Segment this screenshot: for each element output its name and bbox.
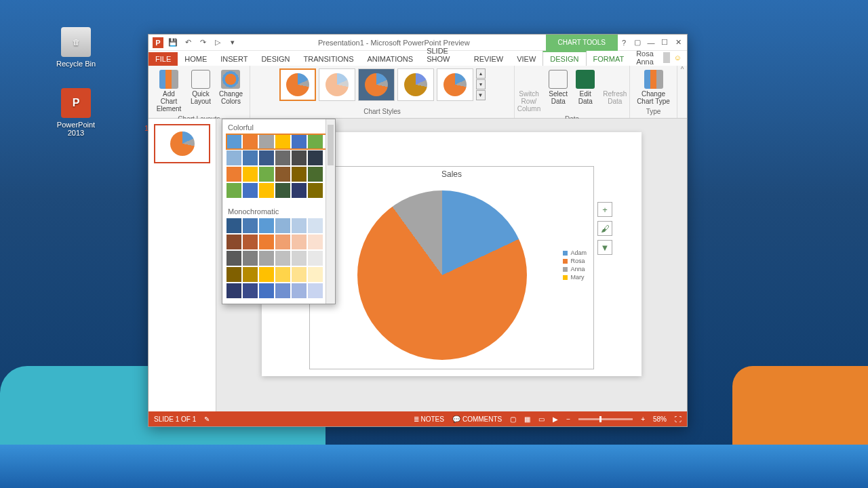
select-data-button[interactable]: Select Data	[546, 68, 570, 106]
save-button[interactable]: 💾	[167, 37, 178, 48]
chart-style-3[interactable]	[358, 68, 395, 101]
slideshow-view-button[interactable]: ▶	[553, 415, 558, 423]
chart-filters-button[interactable]: ▼	[597, 240, 612, 255]
tab-slideshow[interactable]: SLIDE SHOW	[420, 44, 467, 66]
normal-view-button[interactable]: ▢	[510, 415, 516, 423]
edit-data-button[interactable]: Edit Data	[573, 68, 597, 106]
legend-item[interactable]: Adam	[563, 249, 587, 256]
comments-button[interactable]: 💬 COMMENTS	[452, 415, 502, 423]
tab-chart-format[interactable]: FORMAT	[587, 52, 631, 66]
chart-elements-button[interactable]: +	[597, 202, 612, 217]
legend-item[interactable]: Rosa	[563, 258, 587, 264]
color-swatch	[226, 167, 241, 182]
tab-chart-design[interactable]: DESIGN	[542, 51, 586, 66]
tab-design[interactable]: DESIGN	[254, 52, 296, 66]
color-swatch	[226, 251, 241, 266]
change-colors-dropdown[interactable]: Colorful Monochromatic	[222, 119, 336, 304]
zoom-out-button[interactable]: −	[566, 415, 570, 423]
color-swatch	[243, 267, 258, 282]
avatar[interactable]	[663, 52, 670, 63]
color-swatch	[243, 150, 258, 165]
group-label: Type	[646, 106, 661, 115]
zoom-slider[interactable]	[578, 418, 633, 420]
color-scheme-option[interactable]	[226, 235, 331, 249]
color-swatch	[292, 267, 307, 282]
legend-item[interactable]: Anna	[563, 266, 587, 272]
color-swatch	[259, 218, 274, 233]
close-button[interactable]: ✕	[672, 37, 684, 49]
color-swatch	[292, 218, 307, 233]
color-scheme-option[interactable]	[226, 251, 331, 266]
qat-customize-button[interactable]: ▾	[227, 37, 238, 48]
gallery-scroll[interactable]: ▴▾▼	[476, 68, 486, 100]
icon-label: PowerPoint 2013	[49, 121, 103, 137]
change-colors-button[interactable]: Change Colors	[216, 68, 245, 106]
chart-tools-context-label: CHART TOOLS	[546, 35, 618, 51]
switch-row-column-button: Switch Row/ Column	[515, 68, 543, 114]
legend-item[interactable]: Mary	[563, 274, 587, 281]
color-scheme-option[interactable]	[226, 283, 331, 298]
smile-icon[interactable]: ☺	[674, 54, 682, 62]
window-title: Presentation1 - Microsoft PowerPoint Pre…	[242, 39, 546, 47]
slide-thumbnail-1[interactable]	[154, 124, 210, 163]
color-scheme-option[interactable]	[226, 267, 331, 282]
maximize-button[interactable]: ☐	[658, 37, 671, 49]
color-swatch	[308, 235, 323, 249]
redo-button[interactable]: ↷	[197, 37, 208, 48]
undo-button[interactable]: ↶	[182, 37, 193, 48]
user-name[interactable]: Rosa Anna	[636, 49, 659, 66]
tab-review[interactable]: REVIEW	[467, 52, 510, 66]
icon-label: Recycle Bin	[49, 60, 103, 68]
color-swatch	[308, 251, 323, 266]
color-swatch	[292, 183, 307, 198]
notes-button[interactable]: ≣ NOTES	[414, 415, 444, 423]
tab-home[interactable]: HOME	[178, 52, 214, 66]
color-swatch	[243, 218, 258, 233]
quick-layout-button[interactable]: Quick Layout	[188, 68, 214, 106]
color-scheme-option[interactable]	[226, 150, 331, 165]
tab-transitions[interactable]: TRANSITIONS	[297, 52, 361, 66]
tab-view[interactable]: VIEW	[510, 52, 542, 66]
powerpoint-shortcut[interactable]: P PowerPoint 2013	[49, 88, 103, 137]
chart-object[interactable]: Sales AdamRosaAnnaMary + 🖌 ▼	[309, 166, 594, 369]
chart-styles-gallery[interactable]: ▴▾▼	[279, 68, 486, 106]
slide-thumbnails-pane[interactable]: 1	[149, 119, 216, 411]
chart-style-1[interactable]	[279, 68, 316, 101]
app-icon[interactable]: P	[153, 37, 163, 48]
tab-file[interactable]: FILE	[149, 52, 178, 66]
fit-to-window-button[interactable]: ⛶	[675, 415, 682, 423]
chart-style-4[interactable]	[397, 68, 434, 101]
color-scheme-option[interactable]	[226, 183, 331, 198]
chart-styles-button[interactable]: 🖌	[597, 221, 612, 236]
group-label: Chart Styles	[363, 106, 400, 115]
color-scheme-option[interactable]	[226, 134, 331, 149]
minimize-button[interactable]: —	[645, 37, 657, 49]
pie-plot[interactable]	[357, 190, 527, 360]
tab-insert[interactable]: INSERT	[214, 52, 254, 66]
chart-title[interactable]: Sales	[310, 167, 593, 182]
chart-legend[interactable]: AdamRosaAnnaMary	[563, 248, 587, 282]
ribbon-display-button[interactable]: ▢	[631, 37, 644, 49]
add-chart-element-button[interactable]: Add Chart Element	[153, 68, 185, 114]
chart-style-5[interactable]	[437, 68, 473, 101]
tab-animations[interactable]: ANIMATIONS	[361, 52, 420, 66]
taskbar[interactable]	[0, 445, 868, 488]
ribbon: Add Chart Element Quick Layout Change Co…	[149, 66, 687, 119]
collapse-ribbon-button[interactable]: ^	[677, 66, 687, 118]
sorter-view-button[interactable]: ▦	[524, 415, 530, 423]
reading-view-button[interactable]: ▭	[538, 415, 545, 423]
slide-indicator[interactable]: SLIDE 1 OF 1	[154, 415, 196, 423]
zoom-in-button[interactable]: +	[641, 415, 645, 423]
change-chart-type-button[interactable]: Change Chart Type	[634, 68, 673, 106]
help-button[interactable]: ?	[618, 37, 630, 49]
spellcheck-icon[interactable]: ✎	[204, 415, 210, 423]
start-slideshow-button[interactable]: ▷	[212, 37, 223, 48]
recycle-bin-icon[interactable]: 🗑 Recycle Bin	[49, 27, 103, 68]
color-swatch	[308, 167, 323, 182]
color-swatch	[292, 235, 307, 249]
zoom-level[interactable]: 58%	[653, 415, 667, 423]
dropdown-scrollbar[interactable]	[326, 119, 335, 304]
color-scheme-option[interactable]	[226, 218, 331, 233]
color-scheme-option[interactable]	[226, 167, 331, 182]
chart-style-2[interactable]	[319, 68, 355, 101]
